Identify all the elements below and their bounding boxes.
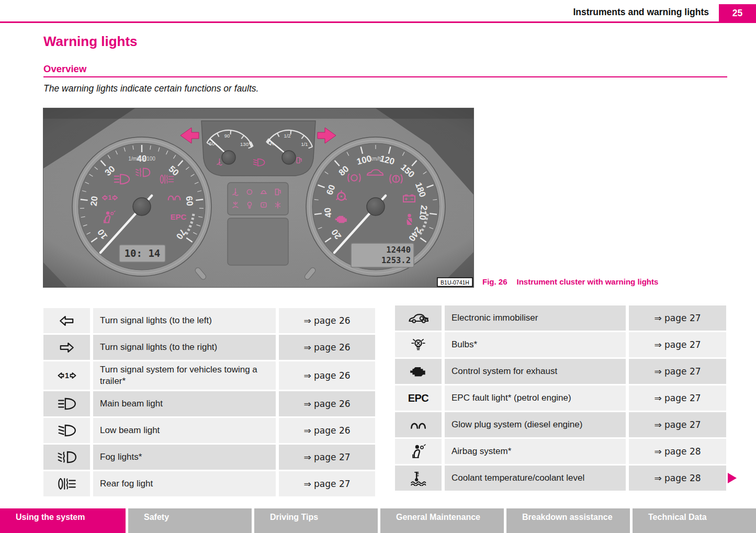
image-code: B1U-0741H bbox=[441, 279, 469, 286]
page-ref[interactable]: ⇒ page 26 bbox=[279, 308, 375, 333]
svg-text:60: 60 bbox=[184, 196, 195, 207]
table-row: Bulbs* ⇒ page 27 bbox=[395, 332, 726, 357]
epc-icon: EPC bbox=[395, 385, 442, 411]
low-beam-icon bbox=[43, 418, 90, 443]
warning-label: Main beam light bbox=[93, 391, 276, 416]
page-ref[interactable]: ⇒ page 27 bbox=[629, 385, 726, 411]
warning-label: Rear fog light bbox=[93, 471, 276, 496]
instrument-cluster-image: 50 90 130 R 1/2 1/1 bbox=[43, 108, 473, 287]
nav-tab-technical-data[interactable]: Technical Data bbox=[633, 508, 756, 533]
nav-tab-safety[interactable]: Safety bbox=[128, 508, 252, 533]
page-ref[interactable]: ⇒ page 27 bbox=[279, 471, 375, 496]
turn-signal-left-icon bbox=[43, 308, 90, 333]
warning-label: Turn signal lights (to the left) bbox=[93, 308, 276, 333]
trip-odometer-value: 1253.2 bbox=[381, 256, 411, 265]
header-title: Instruments and warning lights bbox=[573, 7, 709, 18]
table-row: Turn signal lights (to the left) ⇒ page … bbox=[43, 308, 375, 333]
table-row: Control system for exhaust ⇒ page 27 bbox=[395, 359, 726, 384]
page-ref[interactable]: ⇒ page 26 bbox=[279, 361, 375, 390]
page-ref[interactable]: ⇒ page 27 bbox=[279, 445, 375, 470]
svg-text:40: 40 bbox=[323, 207, 334, 218]
page-ref[interactable]: ⇒ page 27 bbox=[629, 332, 726, 357]
table-row: Rear fog light ⇒ page 27 bbox=[43, 471, 375, 496]
center-indicator-panel bbox=[228, 183, 288, 215]
figure-caption: Fig. 26 Instrument cluster with warning … bbox=[482, 277, 658, 286]
page-ref[interactable]: ⇒ page 26 bbox=[279, 418, 375, 443]
warning-label: Glow plug system (diesel engine) bbox=[445, 412, 626, 437]
nav-tab-label: Safety bbox=[144, 513, 169, 521]
table-row: Main beam light ⇒ page 26 bbox=[43, 391, 375, 416]
instrument-cluster-figure: 50 90 130 R 1/2 1/1 bbox=[43, 108, 473, 287]
table-row: Fog lights* ⇒ page 27 bbox=[43, 445, 375, 470]
fuel-label-full: 1/1 bbox=[301, 141, 308, 147]
page-ref[interactable]: ⇒ page 28 bbox=[629, 466, 726, 491]
temp-label-130: 130 bbox=[240, 141, 249, 147]
page-ref[interactable]: ⇒ page 27 bbox=[629, 412, 726, 437]
nav-tab-label: General Maintenance bbox=[396, 513, 480, 521]
warning-label: Fog lights* bbox=[93, 445, 276, 470]
figure-caption-text: Instrument cluster with warning lights bbox=[517, 277, 659, 286]
speedometer: 20406080100120150180210240 km/h 12440 12… bbox=[306, 137, 445, 276]
rear-fog-light-icon bbox=[43, 471, 90, 496]
page-number-badge: 25 bbox=[719, 4, 756, 22]
table-row: Airbag system* ⇒ page 28 bbox=[395, 439, 726, 464]
page-ref[interactable]: ⇒ page 27 bbox=[629, 305, 726, 331]
nav-tab-breakdown-assistance[interactable]: Breakdown assistance bbox=[506, 508, 630, 533]
fuel-label-half: 1/2 bbox=[284, 133, 290, 139]
coolant-icon bbox=[395, 466, 442, 491]
header-rule bbox=[0, 21, 756, 23]
nav-tab-general-maintenance[interactable]: General Maintenance bbox=[380, 508, 504, 533]
center-display-panel bbox=[228, 218, 288, 265]
fog-lights-icon bbox=[43, 445, 90, 470]
manual-page: Instruments and warning lights 25 Warnin… bbox=[0, 0, 756, 533]
table-row: Turn signal lights (to the right) ⇒ page… bbox=[43, 335, 375, 360]
turn-signal-right-icon bbox=[43, 335, 90, 360]
electronic-immobiliser-icon bbox=[395, 305, 442, 331]
warning-label: Turn signal lights (to the right) bbox=[93, 335, 276, 360]
warning-label: Control system for exhaust bbox=[445, 359, 626, 384]
warning-label: Airbag system* bbox=[445, 439, 626, 464]
epc-icon-text: EPC bbox=[408, 392, 429, 404]
page-ref[interactable]: ⇒ page 27 bbox=[629, 359, 726, 384]
nav-tab-using-the-system[interactable]: Using the system bbox=[0, 508, 126, 533]
clock-value: 10: 14 bbox=[125, 247, 161, 259]
table-row: Glow plug system (diesel engine) ⇒ page … bbox=[395, 412, 726, 437]
turn-signal-trailer-icon bbox=[43, 361, 90, 390]
nav-tab-label: Breakdown assistance bbox=[522, 513, 613, 521]
tachometer-unit: 1/min x 100 bbox=[128, 156, 155, 162]
warning-table-left: Turn signal lights (to the left) ⇒ page … bbox=[43, 308, 375, 498]
figure-label: Fig. 26 bbox=[482, 277, 507, 286]
page-ref[interactable]: ⇒ page 26 bbox=[279, 335, 375, 360]
warning-label: Low beam light bbox=[93, 418, 276, 443]
odometer-value: 12440 bbox=[386, 245, 411, 255]
table-row: Coolant temperature/coolant level ⇒ page… bbox=[395, 466, 726, 491]
nav-tab-label: Technical Data bbox=[648, 513, 707, 521]
table-row: Electronic immobiliser ⇒ page 27 bbox=[395, 305, 726, 331]
continuation-arrow-icon bbox=[728, 473, 737, 483]
page-title: Warning lights bbox=[43, 33, 138, 50]
tachometer: 10203040506070 1/min x 100 EPC 10: 14 bbox=[72, 137, 211, 276]
epc-indicator-text: EPC bbox=[171, 212, 187, 221]
table-row: Turn signal system for vehicles towing a… bbox=[43, 361, 375, 390]
speedometer-unit: km/h bbox=[370, 156, 381, 162]
nav-tab-driving-tips[interactable]: Driving Tips bbox=[254, 508, 378, 533]
intro-text: The warning lights indicate certain func… bbox=[43, 83, 258, 94]
footer-nav: Using the system Safety Driving Tips Gen… bbox=[0, 508, 756, 533]
exhaust-control-icon bbox=[395, 359, 442, 384]
warning-label: Coolant temperature/coolant level bbox=[445, 466, 626, 491]
page-number: 25 bbox=[732, 8, 742, 19]
warning-label: Electronic immobiliser bbox=[445, 305, 626, 331]
svg-text:20: 20 bbox=[89, 196, 100, 207]
warning-label: EPC fault light* (petrol engine) bbox=[445, 385, 626, 411]
glow-plug-icon bbox=[395, 412, 442, 437]
warning-table-right: Electronic immobiliser ⇒ page 27 Bulbs* … bbox=[395, 305, 726, 492]
page-ref[interactable]: ⇒ page 28 bbox=[629, 439, 726, 464]
warning-label: Turn signal system for vehicles towing a… bbox=[93, 361, 276, 390]
section-heading: Overview bbox=[43, 63, 86, 75]
bulbs-icon bbox=[395, 332, 442, 357]
page-ref[interactable]: ⇒ page 26 bbox=[279, 391, 375, 416]
airbag-icon bbox=[395, 439, 442, 464]
main-beam-icon bbox=[43, 391, 90, 416]
temp-label-90: 90 bbox=[224, 133, 230, 139]
section-rule bbox=[43, 76, 727, 77]
